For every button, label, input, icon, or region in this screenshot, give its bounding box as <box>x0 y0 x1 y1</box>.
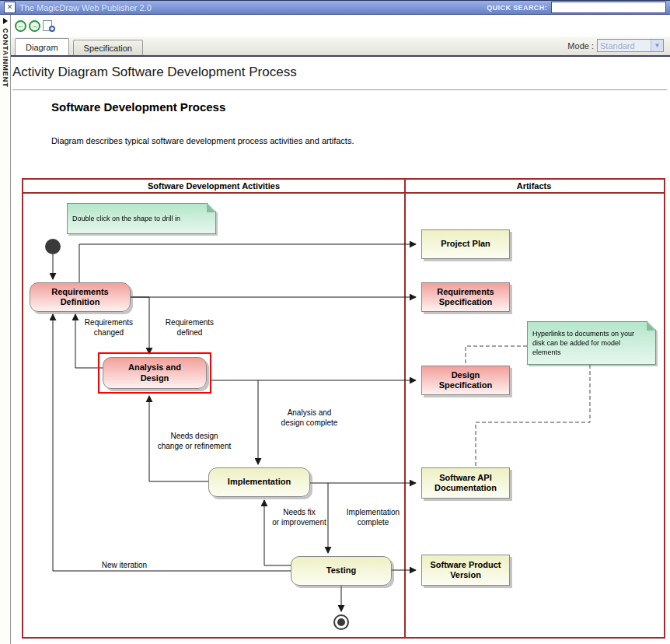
label-line: Documentation <box>434 483 497 493</box>
magnifier-icon <box>49 26 55 32</box>
activity-testing[interactable]: Testing <box>291 556 392 586</box>
page-heading: Activity Diagram Software Development Pr… <box>12 65 297 80</box>
label-line: Specification <box>439 380 492 390</box>
app-title: The MagicDraw Web Publisher 2.0 <box>19 3 152 12</box>
label-line: Version <box>450 570 481 580</box>
diagram-description: Diagram describes typical software devel… <box>51 136 354 145</box>
artifact-project-plan[interactable]: Project Plan <box>421 229 510 259</box>
note-anchor-design-spec <box>466 346 527 364</box>
artifact-design-specification[interactable]: Design Specification <box>421 366 510 395</box>
chevron-down-icon: ▼ <box>651 40 663 51</box>
mode-label: Mode : <box>567 41 594 51</box>
initial-node-icon <box>45 239 61 254</box>
edge-requirements-to-project-plan <box>79 244 416 282</box>
edge-label-needs-fix: Needs fix or improvement <box>268 508 330 527</box>
note-drill-in: Double click on the shape to drill in <box>67 203 216 234</box>
artifact-software-api-documentation[interactable]: Software API Documentation <box>421 467 510 499</box>
activity-analysis-and-design[interactable]: Analysis and Design <box>103 357 207 389</box>
label-line: Implementation <box>228 477 291 487</box>
lane-divider <box>404 180 406 637</box>
heading-divider <box>12 89 667 90</box>
app-window: ✕ The MagicDraw Web Publisher 2.0 QUICK … <box>0 0 670 644</box>
mode-control: Mode : Standard ▼ <box>567 39 670 55</box>
main-area: ← → Diagram Specification Mode : Standar… <box>11 15 670 644</box>
mode-select[interactable]: Standard ▼ <box>597 39 664 52</box>
label-line: Definition <box>61 297 100 307</box>
label-line: Requirements <box>437 287 494 297</box>
lane-header-artifacts: Artifacts <box>404 180 664 192</box>
label-line: Project Plan <box>441 239 490 249</box>
label-line: Requirements <box>51 287 108 297</box>
label-line: Testing <box>326 565 356 576</box>
containment-label: CONTAINMENT <box>2 28 9 88</box>
note-hyperlinks: Hyperlinks to documents on your disk can… <box>527 321 656 365</box>
lane-headers: Software Development Activities Artifact… <box>23 180 664 194</box>
quick-search-label: QUICK SEARCH: <box>487 4 547 12</box>
note-fold-icon <box>207 204 215 212</box>
tab-specification[interactable]: Specification <box>73 40 143 55</box>
edge-label-analysis-design-complete: Analysis and design complete <box>269 408 350 428</box>
artifact-requirements-specification[interactable]: Requirements Specification <box>421 282 510 312</box>
locate-in-tree-icon[interactable] <box>43 20 55 32</box>
mode-value: Standard <box>600 41 635 51</box>
tab-bar: Diagram Specification Mode : Standard ▼ <box>11 37 670 57</box>
label-line: Analysis and <box>128 362 181 373</box>
magicdraw-logo-icon: ✕ <box>4 2 16 13</box>
diagram-title: Software Development Process <box>51 100 225 114</box>
label-line: Specification <box>439 297 492 307</box>
edge-label-new-iteration: New iteration <box>97 561 152 571</box>
containment-sidebar[interactable]: CONTAINMENT <box>0 15 11 644</box>
collapse-arrow-icon[interactable] <box>3 18 8 24</box>
note-text-line: disk can be added for model <box>532 338 651 348</box>
note-fold-icon <box>647 322 655 331</box>
label-line: Design <box>452 370 480 380</box>
edge-label-requirements-changed: Requirements changed <box>78 318 140 338</box>
toolbar: ← → <box>15 18 55 33</box>
artifact-software-product-version[interactable]: Software Product Version <box>421 555 510 586</box>
tab-diagram[interactable]: Diagram <box>15 38 69 55</box>
back-icon[interactable]: ← <box>15 20 26 32</box>
activity-implementation[interactable]: Implementation <box>208 467 310 497</box>
label-line: Software Product <box>430 560 501 570</box>
edge-label-needs-design-change: Needs design change or refinement <box>149 432 239 451</box>
topbar: ✕ The MagicDraw Web Publisher 2.0 QUICK … <box>0 0 670 15</box>
lane-header-activities: Software Development Activities <box>23 180 404 192</box>
note-text-line: Double click on the shape to drill in <box>72 214 211 223</box>
edge-label-requirements-defined: Requirements defined <box>154 318 225 338</box>
forward-icon[interactable]: → <box>29 20 40 32</box>
edge-label-implementation-complete: Implementation complete <box>334 508 412 527</box>
activity-requirements-definition[interactable]: Requirements Definition <box>30 282 131 312</box>
quick-search-input[interactable] <box>551 2 666 13</box>
final-node-icon <box>333 614 349 630</box>
label-line: Software API <box>439 473 491 483</box>
label-line: Design <box>141 373 169 383</box>
activity-diagram: Software Development Activities Artifact… <box>22 178 665 639</box>
note-text-line: elements <box>532 348 651 357</box>
note-text-line: Hyperlinks to documents on your <box>532 329 651 338</box>
